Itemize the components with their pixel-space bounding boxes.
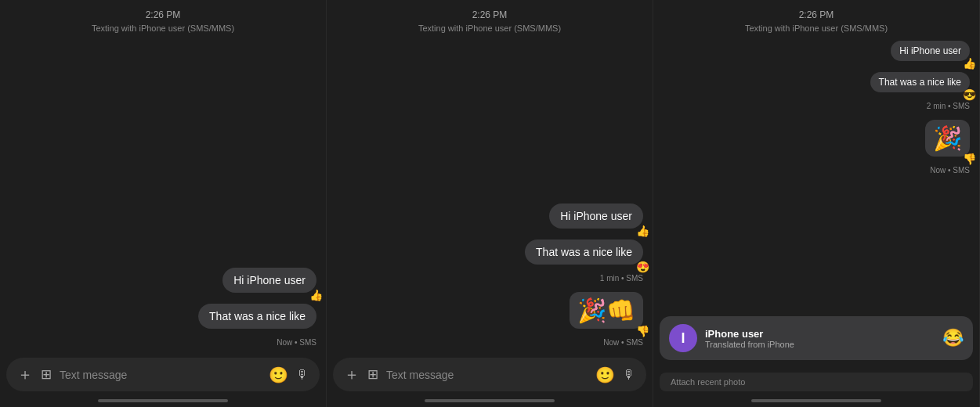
nav-bar [751,399,881,402]
message-meta-1: 1 min • SMS [336,274,643,283]
mic-icon[interactable]: 🎙 [296,368,309,382]
table-row: That was a nice like [9,304,316,329]
emoji-message-wrapper: 🎉👊 👎 [570,292,643,329]
panel-2-header: 2:26 PM Texting with iPhone user (SMS/MM… [327,0,653,38]
reaction-emoji: 👍 [963,58,976,69]
message-bubble-wrapper: Hi iPhone user 👍 [222,268,316,293]
message-bubble: That was a nice like [198,304,316,329]
panel-2: 2:26 PM Texting with iPhone user (SMS/MM… [327,0,653,407]
panel-3: 2:26 PM Texting with iPhone user (SMS/MM… [653,0,980,407]
reaction-emoji: 👎 [636,326,649,337]
emoji-message-wrapper: 🎉 👎 [925,120,970,157]
input-bar: ＋ ⊞ Text message 🙂 🎙 [333,358,646,391]
table-row: Hi iPhone user 👍 [9,268,316,293]
message-bubble-wrapper: That was a nice like 😎 [870,72,970,92]
reaction-emoji: 👎 [963,153,976,164]
notification-bar[interactable]: I iPhone user Translated from iPhone 😂 [660,316,973,360]
emoji-icon[interactable]: 🙂 [269,366,288,384]
reaction-emoji: 👍 [636,225,649,236]
panel-3-subtitle: Texting with iPhone user (SMS/MMS) [745,23,888,33]
message-meta: Now • SMS [9,338,316,347]
panel-1: 2:26 PM Texting with iPhone user (SMS/MM… [0,0,327,407]
input-bar: ＋ ⊞ Text message 🙂 🎙 [6,358,320,391]
emoji-bubble: 🎉 [925,120,970,157]
message-meta-2: Now • SMS [336,338,643,347]
table-row: 🎉 👎 [663,120,970,157]
add-icon[interactable]: ＋ [344,364,360,385]
message-meta-2: Now • SMS [663,166,970,175]
nav-bar [98,399,228,402]
notif-text: iPhone user Translated from iPhone [705,328,935,349]
panel-1-subtitle: Texting with iPhone user (SMS/MMS) [92,23,234,33]
panel-2-messages: Hi iPhone user 👍 That was a nice like 😍 … [327,38,653,353]
notif-sub: Translated from iPhone [705,340,935,349]
panel-1-time: 2:26 PM [146,9,181,20]
panel-3-time: 2:26 PM [799,9,834,20]
panel-2-subtitle: Texting with iPhone user (SMS/MMS) [418,23,561,33]
gallery-icon[interactable]: ⊞ [41,366,52,383]
table-row: 🎉👊 👎 [336,292,643,329]
reaction-emoji: 👍 [309,290,323,301]
attach-recent-photo: Attach recent photo [660,373,973,391]
panel-3-header: 2:26 PM Texting with iPhone user (SMS/MM… [653,0,979,38]
message-input[interactable]: Text message [386,369,588,381]
mic-icon[interactable]: 🎙 [623,368,635,382]
reaction-emoji: 😍 [636,261,649,272]
message-bubble-wrapper: Hi iPhone user 👍 [549,204,643,229]
panel-1-messages: Hi iPhone user 👍 That was a nice like No… [0,38,326,353]
add-icon[interactable]: ＋ [17,364,33,385]
message-bubble: Hi iPhone user [549,204,643,229]
message-bubble: That was a nice like [870,72,970,92]
emoji-bubble: 🎉👊 [570,292,643,329]
message-input[interactable]: Text message [60,369,261,381]
nav-bar [425,399,555,402]
table-row: That was a nice like 😎 [663,72,970,92]
message-bubble: Hi iPhone user [222,268,316,293]
panel-2-time: 2:26 PM [472,9,508,20]
notif-avatar: I [669,324,697,352]
notif-name: iPhone user [705,328,935,340]
reaction-emoji: 😎 [963,89,976,100]
panel-1-header: 2:26 PM Texting with iPhone user (SMS/MM… [0,0,326,38]
table-row: Hi iPhone user 👍 [663,41,970,61]
gallery-icon[interactable]: ⊞ [367,366,378,383]
table-row: Hi iPhone user 👍 [336,204,643,229]
message-bubble-wrapper: Hi iPhone user 👍 [891,41,970,61]
message-bubble: That was a nice like [525,240,643,265]
table-row: That was a nice like 😍 [336,240,643,265]
notif-reaction-emoji: 😂 [942,328,964,348]
message-bubble: Hi iPhone user [891,41,970,61]
message-bubble-wrapper: That was a nice like 😍 [525,240,643,265]
message-meta-1: 2 min • SMS [663,102,970,110]
emoji-icon[interactable]: 🙂 [595,366,615,384]
